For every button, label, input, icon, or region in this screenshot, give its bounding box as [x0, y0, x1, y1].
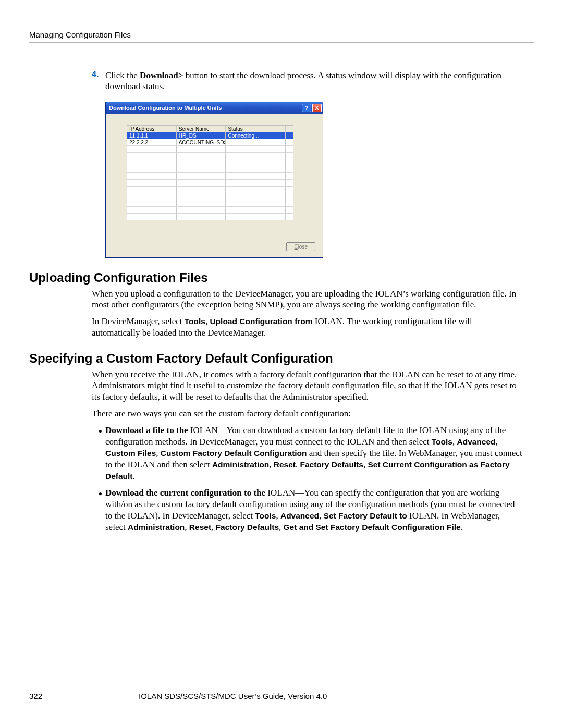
cell-status [226, 139, 286, 146]
t: , [269, 460, 274, 470]
table-row[interactable] [127, 146, 293, 153]
upload-p1: When you upload a configuration to the D… [92, 288, 522, 311]
step-text: Click the Download> button to start the … [105, 70, 521, 92]
m: Custom Factory Default Configuration [161, 449, 307, 458]
heading-custom-default: Specifying a Custom Factory Default Conf… [29, 351, 534, 366]
col-server: Server Name [177, 126, 226, 132]
m: Advanced [457, 437, 495, 446]
m: Advanced [280, 511, 319, 520]
download-config-dialog: Download Configuration to Multiple Units… [105, 102, 323, 258]
menu-upload-config: Upload Configuration from [210, 317, 312, 326]
heading-uploading: Uploading Configuration Files [29, 270, 534, 285]
col-ip: IP Address [127, 126, 177, 132]
t: . [133, 471, 135, 481]
dialog-title: Download Configuration to Multiple Units [109, 105, 222, 111]
help-icon[interactable]: ? [302, 104, 311, 112]
step-4: 4. Click the Download> button to start t… [92, 70, 521, 92]
m: Administration [128, 523, 185, 532]
m: Set Factory Default to [324, 511, 407, 520]
m: Factory Defaults [300, 460, 363, 469]
table-row[interactable] [127, 153, 293, 159]
t: , [279, 522, 284, 532]
t: , [319, 511, 324, 521]
table-row[interactable] [127, 207, 293, 214]
table-row[interactable]: 11.1.1.1 HR_DS Connecting... [127, 132, 293, 139]
m: Get and Set Factory Default Configuratio… [284, 523, 461, 532]
m: Custom Files [105, 449, 156, 458]
cell-spacer [286, 132, 293, 139]
custom-p1: When you receive the IOLAN, it comes wit… [92, 369, 522, 403]
table-row[interactable] [127, 187, 293, 193]
close-rest: lose [298, 244, 308, 250]
table-row[interactable]: 22.2.2.2 ACCOUNTING_SDS [127, 139, 293, 146]
footer-title: IOLAN SDS/SCS/STS/MDC User’s Guide, Vers… [133, 692, 534, 700]
grid-header: IP Address Server Name Status [127, 126, 293, 132]
table-row[interactable] [127, 193, 293, 200]
t: , [211, 522, 216, 532]
page-footer: 322 IOLAN SDS/SCS/STS/MDC User’s Guide, … [29, 692, 534, 700]
table-row[interactable] [127, 166, 293, 173]
bullet-download-current: Download the current configuration to th… [105, 487, 522, 533]
table-row[interactable] [127, 180, 293, 187]
col-spacer [286, 126, 293, 132]
dialog-titlebar: Download Configuration to Multiple Units… [106, 102, 323, 114]
close-button[interactable]: Close [286, 242, 315, 251]
t: , [496, 437, 498, 447]
download-label: Download> [140, 70, 183, 80]
step-number: 4. [92, 70, 105, 92]
cell-server: HR_DS [177, 132, 226, 139]
lead: Download a file to the [105, 425, 190, 435]
m: Administration [212, 460, 269, 469]
table-row[interactable] [127, 159, 293, 166]
t: , [276, 511, 280, 521]
running-header: Managing Configuration Files [29, 30, 534, 39]
bullet-download-file: Download a file to the IOLAN—You can dow… [105, 425, 522, 482]
col-status: Status [226, 126, 286, 132]
close-mnemonic: C [294, 244, 298, 250]
table-row[interactable] [127, 173, 293, 180]
m: Factory Defaults [216, 523, 279, 532]
cell-spacer [286, 139, 293, 146]
cell-ip: 11.1.1.1 [127, 132, 177, 139]
m: Tools [255, 511, 276, 520]
m: Tools [432, 437, 452, 446]
t: In DeviceManager, select [92, 316, 185, 326]
m: Reset [274, 460, 296, 469]
header-rule [29, 42, 534, 43]
cell-status: Connecting... [226, 132, 286, 139]
t: , [185, 522, 189, 532]
upload-p2: In DeviceManager, select Tools, Upload C… [92, 316, 522, 339]
m: Reset [189, 523, 211, 532]
close-icon[interactable]: X [312, 104, 322, 112]
menu-tools: Tools [185, 317, 205, 326]
step-text-pre: Click the [105, 70, 140, 80]
table-row[interactable] [127, 214, 293, 220]
cell-server: ACCOUNTING_SDS [177, 139, 226, 146]
units-grid: IP Address Server Name Status 11.1.1.1 H… [127, 125, 293, 220]
table-row[interactable] [127, 200, 293, 207]
t: , [156, 448, 161, 458]
page-number: 322 [29, 692, 133, 700]
t: . [461, 522, 463, 532]
custom-p2: There are two ways you can set the custo… [92, 408, 522, 419]
cell-ip: 22.2.2.2 [127, 139, 177, 146]
lead: Download the current configuration to th… [105, 488, 267, 498]
